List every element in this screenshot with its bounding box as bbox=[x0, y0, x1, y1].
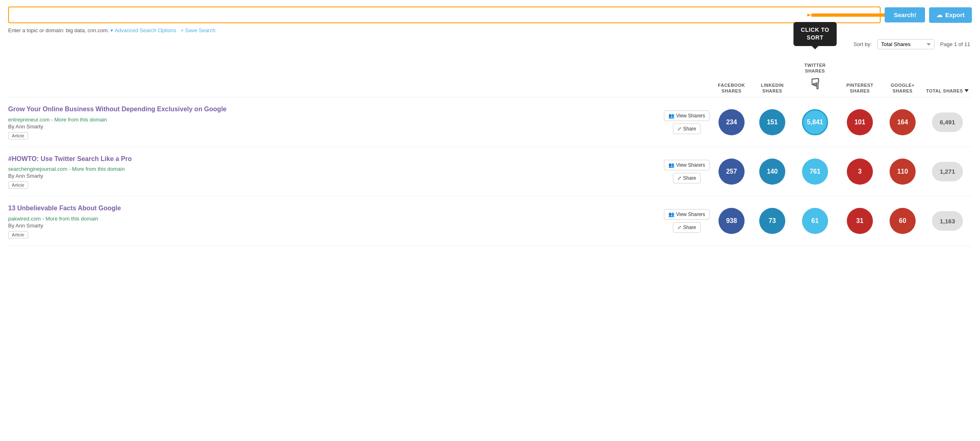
users-icon: 👥 bbox=[668, 113, 675, 119]
article-domain-link[interactable]: entrepreneur.com bbox=[8, 117, 50, 123]
pinterest-stat: 101 bbox=[837, 109, 882, 135]
hand-cursor-icon: ☟ bbox=[793, 75, 837, 94]
google-stat: 164 bbox=[882, 109, 923, 135]
article-info: #HOWTO: Use Twitter Search Like a Pro se… bbox=[8, 154, 662, 189]
col-header-twitter[interactable]: CLICK TOSORT TWITTERSHARES ☟ bbox=[793, 51, 837, 94]
article-author: By Ann Smarty bbox=[8, 123, 656, 130]
article-tag: Article bbox=[8, 231, 28, 238]
col-header-total: TOTAL SHARES bbox=[923, 88, 972, 94]
sort-by-label: Sort by: bbox=[853, 41, 872, 47]
users-icon: 👥 bbox=[668, 212, 675, 217]
linkedin-stat: 140 bbox=[752, 159, 793, 185]
article-info: Grow Your Online Business Without Depend… bbox=[8, 105, 662, 139]
twitter-stat: 5,841 bbox=[793, 109, 837, 135]
articles-container: Grow Your Online Business Without Depend… bbox=[8, 97, 972, 246]
share-icon: ⤢ bbox=[677, 225, 681, 230]
col-header-pinterest: PINTERESTSHARES bbox=[837, 82, 882, 94]
article-domain-sep: - bbox=[42, 216, 46, 222]
share-icon: ⤢ bbox=[677, 175, 681, 181]
total-stat: 1,163 bbox=[923, 211, 972, 231]
advanced-search-link[interactable]: ▾ Advanced Search Options bbox=[110, 27, 178, 33]
facebook-stat: 234 bbox=[711, 109, 752, 135]
facebook-stat: 938 bbox=[711, 208, 752, 234]
article-buttons: 👥 View Sharers ⤢ Share bbox=[662, 110, 711, 134]
share-button[interactable]: ⤢ Share bbox=[673, 173, 701, 183]
share-button[interactable]: ⤢ Share bbox=[673, 123, 701, 134]
article-title[interactable]: Grow Your Online Business Without Depend… bbox=[8, 105, 656, 114]
google-stat: 60 bbox=[882, 208, 923, 234]
article-info: 13 Unbelievable Facts About Google pakwi… bbox=[8, 204, 662, 238]
share-icon: ⤢ bbox=[677, 126, 681, 132]
article-domain-link[interactable]: pakwired.com bbox=[8, 216, 41, 222]
facebook-stat: 257 bbox=[711, 159, 752, 185]
col-header-google: GOOGLE+SHARES bbox=[882, 82, 923, 94]
more-from-domain-link[interactable]: More from this domain bbox=[54, 117, 107, 123]
view-sharers-button[interactable]: 👥 View Sharers bbox=[664, 209, 710, 220]
cloud-icon: ☁ bbox=[936, 11, 943, 19]
view-sharers-button[interactable]: 👥 View Sharers bbox=[664, 110, 710, 121]
sort-arrow-icon bbox=[965, 89, 969, 92]
view-sharers-button[interactable]: 👥 View Sharers bbox=[664, 160, 710, 170]
export-button[interactable]: ☁ Export bbox=[929, 7, 972, 23]
article-domain-sep: - bbox=[69, 166, 72, 172]
article-author: By Ann Smarty bbox=[8, 223, 656, 229]
article-tag: Article bbox=[8, 181, 28, 189]
twitter-stat: 61 bbox=[793, 208, 837, 234]
table-row: #HOWTO: Use Twitter Search Like a Pro se… bbox=[8, 147, 972, 196]
article-buttons: 👥 View Sharers ⤢ Share bbox=[662, 160, 711, 183]
sort-select[interactable]: Total Shares Facebook Shares Twitter Sha… bbox=[877, 39, 934, 49]
save-search-link[interactable]: + Save Search bbox=[180, 27, 215, 33]
search-button[interactable]: Search! bbox=[885, 7, 925, 22]
total-stat: 6,491 bbox=[923, 112, 972, 132]
more-from-domain-link[interactable]: More from this domain bbox=[46, 216, 98, 222]
article-author: By Ann Smarty bbox=[8, 173, 656, 179]
table-row: 13 Unbelievable Facts About Google pakwi… bbox=[8, 196, 972, 246]
page-info: Page 1 of 11 bbox=[940, 41, 970, 47]
linkedin-stat: 151 bbox=[752, 109, 793, 135]
col-header-linkedin: LINKEDINSHARES bbox=[752, 82, 793, 94]
total-stat: 1,271 bbox=[923, 162, 972, 181]
share-button[interactable]: ⤢ Share bbox=[673, 222, 701, 233]
article-tag: Article bbox=[8, 132, 28, 139]
click-to-sort-tooltip: CLICK TOSORT bbox=[793, 22, 837, 46]
article-domain-link[interactable]: searchenginejournal.com bbox=[8, 166, 67, 172]
google-stat: 110 bbox=[882, 159, 923, 185]
linkedin-stat: 73 bbox=[752, 208, 793, 234]
table-row: Grow Your Online Business Without Depend… bbox=[8, 97, 972, 147]
article-title[interactable]: #HOWTO: Use Twitter Search Like a Pro bbox=[8, 154, 656, 163]
pinterest-stat: 3 bbox=[837, 159, 882, 185]
more-from-domain-link[interactable]: More from this domain bbox=[72, 166, 125, 172]
col-header-facebook: FACEBOOKSHARES bbox=[711, 82, 752, 94]
users-icon: 👥 bbox=[668, 162, 675, 168]
article-buttons: 👥 View Sharers ⤢ Share bbox=[662, 209, 711, 233]
twitter-stat: 761 bbox=[793, 159, 837, 185]
search-input[interactable]: author:Ann Smarty bbox=[8, 7, 881, 23]
pinterest-stat: 31 bbox=[837, 208, 882, 234]
article-title[interactable]: 13 Unbelievable Facts About Google bbox=[8, 204, 656, 213]
columns-header: FACEBOOKSHARES LINKEDINSHARES CLICK TOSO… bbox=[8, 51, 972, 97]
